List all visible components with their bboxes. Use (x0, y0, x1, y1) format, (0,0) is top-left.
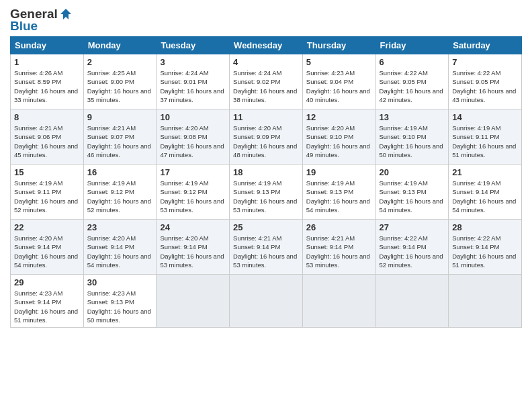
day-number: 20 (380, 167, 445, 177)
logo-icon (59, 7, 73, 21)
day-info: Sunrise: 4:24 AMSunset: 9:01 PMDaylight:… (160, 69, 224, 103)
day-number: 11 (233, 112, 299, 122)
col-sunday: Sunday (11, 37, 84, 54)
calendar-cell: 17Sunrise: 4:19 AMSunset: 9:12 PMDayligh… (157, 165, 230, 220)
day-number: 4 (233, 57, 299, 67)
day-number: 14 (452, 112, 518, 122)
day-number: 28 (452, 222, 518, 232)
calendar-cell: 3Sunrise: 4:24 AMSunset: 9:01 PMDaylight… (157, 54, 230, 109)
day-info: Sunrise: 4:19 AMSunset: 9:12 PMDaylight:… (160, 179, 224, 214)
day-info: Sunrise: 4:21 AMSunset: 9:06 PMDaylight:… (14, 124, 78, 158)
day-number: 2 (87, 57, 153, 67)
day-info: Sunrise: 4:21 AMSunset: 9:07 PMDaylight:… (87, 124, 151, 158)
day-number: 15 (14, 167, 80, 177)
day-number: 8 (14, 112, 80, 122)
calendar-cell: 27Sunrise: 4:22 AMSunset: 9:14 PMDayligh… (375, 220, 449, 275)
calendar-cell: 26Sunrise: 4:21 AMSunset: 9:14 PMDayligh… (302, 220, 375, 275)
day-number: 25 (233, 222, 299, 232)
calendar-cell: 4Sunrise: 4:24 AMSunset: 9:02 PMDaylight… (230, 54, 303, 109)
day-number: 6 (380, 57, 445, 67)
col-thursday: Thursday (302, 37, 375, 54)
day-info: Sunrise: 4:23 AMSunset: 9:14 PMDaylight:… (14, 289, 78, 324)
calendar-cell: 11Sunrise: 4:20 AMSunset: 9:09 PMDayligh… (230, 109, 303, 165)
day-info: Sunrise: 4:24 AMSunset: 9:02 PMDaylight:… (233, 69, 297, 103)
calendar-cell: 16Sunrise: 4:19 AMSunset: 9:12 PMDayligh… (83, 165, 157, 220)
col-wednesday: Wednesday (230, 37, 303, 54)
day-info: Sunrise: 4:23 AMSunset: 9:13 PMDaylight:… (87, 289, 151, 324)
calendar-cell: 20Sunrise: 4:19 AMSunset: 9:13 PMDayligh… (375, 165, 449, 220)
calendar-cell: 7Sunrise: 4:22 AMSunset: 9:05 PMDaylight… (449, 54, 522, 109)
calendar-cell: 24Sunrise: 4:20 AMSunset: 9:14 PMDayligh… (157, 220, 230, 275)
day-info: Sunrise: 4:20 AMSunset: 9:08 PMDaylight:… (160, 124, 224, 158)
day-info: Sunrise: 4:22 AMSunset: 9:14 PMDaylight:… (380, 234, 443, 269)
calendar-cell: 21Sunrise: 4:19 AMSunset: 9:14 PMDayligh… (449, 165, 522, 220)
svg-marker-0 (60, 9, 71, 19)
day-number: 13 (380, 112, 445, 122)
day-info: Sunrise: 4:19 AMSunset: 9:11 PMDaylight:… (452, 124, 516, 158)
day-info: Sunrise: 4:22 AMSunset: 9:14 PMDaylight:… (452, 234, 516, 269)
day-number: 18 (233, 167, 299, 177)
calendar-cell: 22Sunrise: 4:20 AMSunset: 9:14 PMDayligh… (11, 220, 84, 275)
day-info: Sunrise: 4:20 AMSunset: 9:09 PMDaylight:… (233, 124, 297, 158)
calendar-cell: 12Sunrise: 4:20 AMSunset: 9:10 PMDayligh… (302, 109, 375, 165)
day-number: 27 (380, 222, 445, 232)
calendar-cell: 18Sunrise: 4:19 AMSunset: 9:13 PMDayligh… (230, 165, 303, 220)
day-info: Sunrise: 4:20 AMSunset: 9:14 PMDaylight:… (160, 234, 224, 269)
day-info: Sunrise: 4:22 AMSunset: 9:05 PMDaylight:… (452, 69, 516, 103)
day-info: Sunrise: 4:19 AMSunset: 9:12 PMDaylight:… (87, 179, 151, 214)
day-number: 19 (306, 167, 372, 177)
calendar-cell: 25Sunrise: 4:21 AMSunset: 9:14 PMDayligh… (230, 220, 303, 275)
calendar-table: Sunday Monday Tuesday Wednesday Thursday… (10, 36, 522, 328)
day-number: 1 (14, 57, 80, 67)
day-number: 5 (306, 57, 372, 67)
calendar-cell (449, 275, 522, 328)
col-tuesday: Tuesday (157, 37, 230, 54)
day-number: 21 (452, 167, 518, 177)
day-number: 17 (160, 167, 226, 177)
day-info: Sunrise: 4:22 AMSunset: 9:05 PMDaylight:… (380, 69, 443, 103)
page: General Blue Sunday Monday Tuesday Wedne… (0, 0, 532, 411)
calendar-cell: 1Sunrise: 4:26 AMSunset: 8:59 PMDaylight… (11, 54, 84, 109)
calendar-cell: 29Sunrise: 4:23 AMSunset: 9:14 PMDayligh… (11, 275, 84, 328)
col-monday: Monday (83, 37, 157, 54)
calendar-cell: 10Sunrise: 4:20 AMSunset: 9:08 PMDayligh… (157, 109, 230, 165)
day-info: Sunrise: 4:19 AMSunset: 9:13 PMDaylight:… (233, 179, 297, 214)
calendar-cell: 19Sunrise: 4:19 AMSunset: 9:13 PMDayligh… (302, 165, 375, 220)
day-info: Sunrise: 4:19 AMSunset: 9:13 PMDaylight:… (306, 179, 370, 214)
calendar-cell: 5Sunrise: 4:23 AMSunset: 9:04 PMDaylight… (302, 54, 375, 109)
day-number: 22 (14, 222, 80, 232)
day-number: 26 (306, 222, 372, 232)
header: General Blue (10, 7, 522, 34)
day-info: Sunrise: 4:23 AMSunset: 9:04 PMDaylight:… (306, 69, 370, 103)
calendar-cell: 14Sunrise: 4:19 AMSunset: 9:11 PMDayligh… (449, 109, 522, 165)
calendar-cell (157, 275, 230, 328)
day-info: Sunrise: 4:20 AMSunset: 9:14 PMDaylight:… (87, 234, 151, 269)
day-info: Sunrise: 4:21 AMSunset: 9:14 PMDaylight:… (233, 234, 297, 269)
day-number: 23 (87, 222, 153, 232)
logo-blue-text: Blue (10, 19, 38, 34)
calendar-cell (230, 275, 303, 328)
calendar-cell: 8Sunrise: 4:21 AMSunset: 9:06 PMDaylight… (11, 109, 84, 165)
calendar-cell: 23Sunrise: 4:20 AMSunset: 9:14 PMDayligh… (83, 220, 157, 275)
day-number: 12 (306, 112, 372, 122)
calendar-cell: 2Sunrise: 4:25 AMSunset: 9:00 PMDaylight… (83, 54, 157, 109)
day-number: 30 (87, 277, 153, 287)
day-info: Sunrise: 4:20 AMSunset: 9:10 PMDaylight:… (306, 124, 370, 158)
day-info: Sunrise: 4:20 AMSunset: 9:14 PMDaylight:… (14, 234, 78, 269)
calendar-cell: 30Sunrise: 4:23 AMSunset: 9:13 PMDayligh… (83, 275, 157, 328)
calendar-cell: 13Sunrise: 4:19 AMSunset: 9:10 PMDayligh… (375, 109, 449, 165)
day-info: Sunrise: 4:26 AMSunset: 8:59 PMDaylight:… (14, 69, 78, 103)
calendar-cell (302, 275, 375, 328)
calendar-cell (375, 275, 449, 328)
calendar-cell: 9Sunrise: 4:21 AMSunset: 9:07 PMDaylight… (83, 109, 157, 165)
calendar-cell: 6Sunrise: 4:22 AMSunset: 9:05 PMDaylight… (375, 54, 449, 109)
day-number: 10 (160, 112, 226, 122)
day-info: Sunrise: 4:19 AMSunset: 9:11 PMDaylight:… (14, 179, 78, 214)
col-friday: Friday (375, 37, 449, 54)
day-info: Sunrise: 4:19 AMSunset: 9:14 PMDaylight:… (452, 179, 516, 214)
day-number: 7 (452, 57, 518, 67)
day-number: 29 (14, 277, 80, 287)
calendar-header-row: Sunday Monday Tuesday Wednesday Thursday… (11, 37, 522, 54)
day-number: 24 (160, 222, 226, 232)
day-info: Sunrise: 4:19 AMSunset: 9:13 PMDaylight:… (380, 179, 443, 214)
